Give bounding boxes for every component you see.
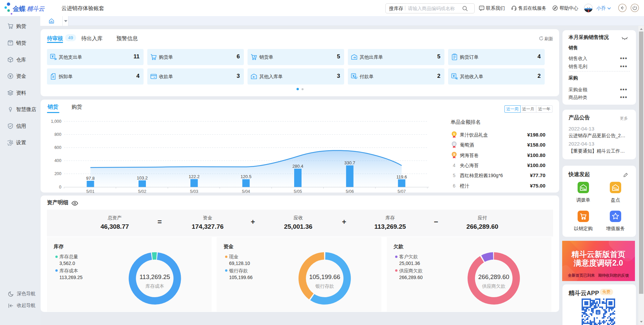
svg-text:银行存款: 银行存款 xyxy=(315,283,334,289)
svg-text:120.5: 120.5 xyxy=(240,174,252,179)
svg-text:600: 600 xyxy=(54,145,61,150)
svg-text:2: 2 xyxy=(453,142,455,146)
svg-text:供应商欠款: 供应商欠款 xyxy=(482,283,505,289)
svg-text:266,289.60: 266,289.60 xyxy=(478,273,509,280)
svg-text:5/05: 5/05 xyxy=(294,189,302,194)
svg-text:云: 云 xyxy=(597,311,600,314)
svg-text:5/03: 5/03 xyxy=(190,189,198,194)
svg-text:库存成本: 库存成本 xyxy=(146,283,164,289)
svg-text:200: 200 xyxy=(54,171,61,176)
svg-text:#: # xyxy=(52,75,54,79)
svg-text:1,000: 1,000 xyxy=(51,119,61,124)
svg-text:0: 0 xyxy=(59,185,61,189)
svg-text:280.4: 280.4 xyxy=(292,164,304,169)
svg-text:5/04: 5/04 xyxy=(242,189,250,194)
svg-text:3: 3 xyxy=(453,152,455,156)
svg-text:330.7: 330.7 xyxy=(344,160,356,165)
svg-text:5/06: 5/06 xyxy=(346,189,354,194)
svg-text:400: 400 xyxy=(54,158,61,163)
svg-text:5/01: 5/01 xyxy=(86,189,94,194)
svg-text:97.8: 97.8 xyxy=(86,176,95,181)
svg-text:105,199.66: 105,199.66 xyxy=(309,273,340,280)
svg-text:103.2: 103.2 xyxy=(137,175,148,180)
svg-text:113,269.25: 113,269.25 xyxy=(140,273,170,280)
svg-text:122.2: 122.2 xyxy=(189,174,200,179)
svg-text:800: 800 xyxy=(54,132,61,137)
svg-text:119.6: 119.6 xyxy=(396,174,407,179)
svg-text:1: 1 xyxy=(453,132,455,136)
svg-text:5/02: 5/02 xyxy=(138,189,146,194)
svg-text:5/07: 5/07 xyxy=(397,189,406,194)
